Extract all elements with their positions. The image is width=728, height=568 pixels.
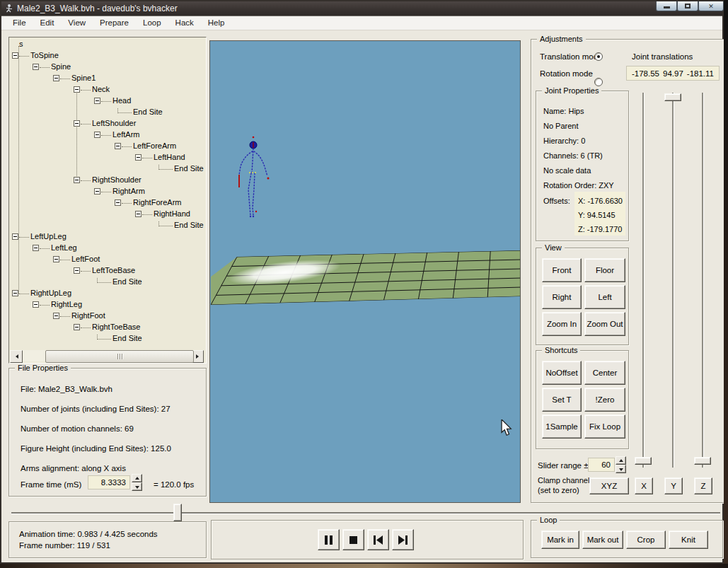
tree-collapse-icon[interactable] [94, 98, 100, 104]
tree-node-righttoebase[interactable]: RightToeBase [9, 322, 206, 333]
tree-horizontal-scrollbar[interactable] [10, 350, 204, 361]
tree-node-end-site-26[interactable]: End Site [9, 333, 206, 344]
tree-node-end-site-6[interactable]: End Site [9, 107, 206, 118]
tree-node-rightupleg[interactable]: RightUpLeg [9, 288, 206, 299]
scroll-left-button[interactable] [10, 350, 23, 363]
scrollbar-thumb[interactable] [45, 350, 194, 363]
playback-skip-start-button[interactable] [367, 529, 389, 550]
scrollbar-track[interactable] [23, 350, 191, 361]
tree-node-leftleg[interactable]: LeftLeg [9, 243, 206, 254]
playback-stop-button[interactable] [342, 529, 364, 550]
tree-connector [81, 180, 91, 181]
menu-loop[interactable]: Loop [136, 16, 168, 30]
title-bar[interactable]: Male2_B3_Walk.bvh - davedub's bvhacker ✕ [1, 1, 722, 16]
tree-node-lefthand[interactable]: LeftHand [9, 152, 206, 163]
menu-file[interactable]: File [6, 16, 33, 30]
tree-node-head[interactable]: Head [9, 95, 206, 107]
window-title: Male2_B3_Walk.bvh - davedub's bvhacker [17, 1, 178, 16]
tree-connector [81, 90, 91, 91]
tree-collapse-icon[interactable] [74, 324, 80, 330]
maximize-button[interactable] [677, 1, 698, 11]
tree-node-end-site-16[interactable]: End Site [9, 220, 206, 231]
menu-prepare[interactable]: Prepare [93, 16, 136, 30]
menu-edit[interactable]: Edit [33, 16, 62, 30]
tree-node-leftfoot[interactable]: LeftFoot [9, 254, 206, 265]
tree-node-s[interactable]: s [9, 39, 206, 50]
stepper-up-button[interactable] [132, 474, 142, 482]
tree-node-lefttoebase[interactable]: LeftToeBase [9, 265, 206, 277]
tree-node-end-site-11[interactable]: End Site [9, 163, 206, 175]
loop-knit-button[interactable]: Knit [669, 531, 708, 549]
figure-height-text: Figure Height (including End Sites): 125… [21, 444, 171, 453]
close-button[interactable]: ✕ [698, 1, 724, 11]
clamp-z-button[interactable]: Z [694, 477, 712, 494]
tree-node-leftforearm[interactable]: LeftForeArm [9, 141, 206, 152]
tree-collapse-icon[interactable] [33, 301, 39, 308]
tree-node-label: RightShoulder [92, 175, 141, 184]
menu-help[interactable]: Help [201, 16, 232, 30]
playback-pause-button[interactable] [318, 529, 340, 550]
clamp-y-button[interactable]: Y [664, 477, 683, 494]
tree-node-neck[interactable]: Neck [9, 84, 206, 95]
viewport-3d[interactable] [209, 40, 521, 503]
tree-node-spine[interactable]: Spine [9, 62, 206, 73]
tree-collapse-icon[interactable] [135, 211, 141, 217]
tree-collapse-icon[interactable] [94, 188, 100, 195]
timeline-thumb[interactable] [173, 504, 182, 521]
tree-node-rightleg[interactable]: RightLeg [9, 299, 206, 311]
joint-tree[interactable]: sToSpineSpineSpine1NeckHeadEnd SiteLeftS… [8, 37, 207, 364]
tree-collapse-icon[interactable] [115, 143, 121, 149]
tree-node-rightarm[interactable]: RightArm [9, 186, 206, 197]
tree-node-leftshoulder[interactable]: LeftShoulder [9, 118, 206, 129]
frame-time-label: Frame time (mS) [21, 480, 81, 489]
playback-skip-end-button[interactable] [392, 529, 414, 550]
tree-node-leftupleg[interactable]: LeftUpLeg [9, 231, 206, 243]
tree-node-rightfoot[interactable]: RightFoot [9, 311, 206, 322]
tree-collapse-icon[interactable] [74, 120, 80, 127]
tree-collapse-icon[interactable] [12, 290, 18, 296]
tree-node-leftarm[interactable]: LeftArm [9, 129, 206, 141]
tree-collapse-icon[interactable] [135, 154, 141, 161]
tree-node-end-site-21[interactable]: End Site [9, 277, 206, 288]
loop-mark-out-button[interactable]: Mark out [582, 531, 623, 549]
tree-collapse-icon[interactable] [33, 245, 39, 251]
tree-collapse-icon[interactable] [94, 132, 100, 138]
tree-collapse-icon[interactable] [74, 177, 80, 183]
skeleton-figure [239, 137, 270, 218]
timeline-slider[interactable] [11, 512, 720, 514]
tree-node-righthand[interactable]: RightHand [9, 209, 206, 220]
clamp-xyz-button[interactable]: XYZ [589, 477, 629, 494]
frame-time-input[interactable]: 8.3333 [88, 475, 130, 489]
tree-node-spine1[interactable]: Spine1 [9, 73, 206, 84]
frame-time-stepper[interactable] [132, 474, 142, 491]
menu-hack[interactable]: Hack [168, 16, 201, 30]
stepper-down-button[interactable] [132, 482, 142, 491]
menu-view[interactable]: View [61, 16, 93, 30]
tree-node-label: LeftUpLeg [30, 232, 67, 240]
tree-collapse-icon[interactable] [53, 313, 59, 319]
tree-collapse-icon[interactable] [74, 267, 80, 274]
loop-crop-button[interactable]: Crop [626, 531, 666, 549]
tree-collapse-icon[interactable] [12, 52, 18, 59]
tree-node-rightshoulder[interactable]: RightShoulder [9, 175, 206, 186]
tree-collapse-icon[interactable] [33, 64, 39, 70]
tree-connector [122, 146, 132, 147]
loop-buttons: Mark inMark outCropKnit [531, 521, 722, 557]
clamp-x-button[interactable]: X [635, 477, 653, 494]
tree-collapse-icon[interactable] [74, 86, 80, 93]
loop-mark-in-button[interactable]: Mark in [541, 531, 579, 549]
minimize-button[interactable] [656, 1, 677, 11]
tree-node-label: RightHand [154, 209, 190, 218]
tree-node-rightforearm[interactable]: RightForeArm [9, 197, 206, 209]
tree-node-label: RightArm [112, 187, 145, 195]
tree-connector [81, 328, 91, 328]
tree-collapse-icon[interactable] [53, 256, 59, 262]
playback-group [211, 520, 524, 560]
tree-collapse-icon[interactable] [12, 233, 18, 240]
tree-node-label: LeftLeg [51, 243, 77, 252]
tree-node-label: RightUpLeg [30, 289, 71, 297]
animation-time-text: Animation time: 0.983 / 4.425 seconds [19, 529, 158, 539]
tree-collapse-icon[interactable] [53, 75, 59, 81]
tree-node-tospine[interactable]: ToSpine [9, 50, 206, 62]
tree-collapse-icon[interactable] [115, 199, 121, 206]
